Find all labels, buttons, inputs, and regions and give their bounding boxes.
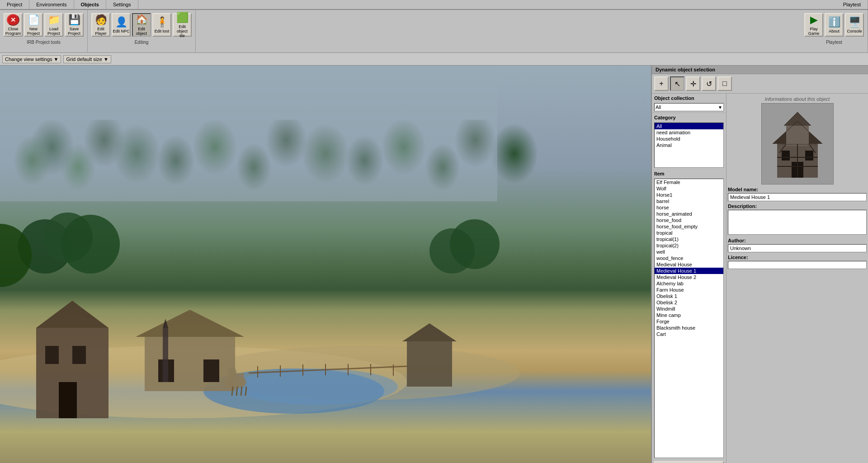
console-label: Console <box>847 19 862 24</box>
status-text: Press and hold the spacebar to enter nav… <box>4 456 112 461</box>
svg-point-35 <box>61 205 120 264</box>
item-row-15[interactable]: Medieval House 2 <box>655 264 723 270</box>
category-item-2[interactable]: Household <box>655 126 723 132</box>
about-button[interactable]: ℹ️ About <box>825 3 844 27</box>
svg-rect-44 <box>805 141 813 151</box>
grid-size-dropdown[interactable]: Grid default size ▼ <box>63 45 111 53</box>
item-row-22[interactable]: Forge <box>655 308 723 315</box>
category-label: Category <box>652 103 726 111</box>
svg-rect-14 <box>407 331 452 377</box>
item-row-0[interactable]: Elf Female <box>655 169 723 175</box>
playtest-label: Playtest <box>826 30 842 35</box>
item-row-5[interactable]: horse_animated <box>655 201 723 207</box>
item-row-20[interactable]: Windmill <box>655 296 723 302</box>
select-tool-button[interactable]: ↖ <box>670 66 684 81</box>
console-button[interactable]: 🖥️ Console <box>845 3 864 27</box>
item-row-1[interactable]: Wolf <box>655 175 723 182</box>
item-row-10[interactable]: tropical(2) <box>655 232 723 239</box>
edit-loot-button[interactable]: 🧍 Edit loot <box>152 3 171 27</box>
svg-line-30 <box>241 377 242 386</box>
item-row-6[interactable]: horse_food <box>655 207 723 213</box>
right-panel: Dynamic object selection + ↖ ✛ ↺ □ Objec… <box>651 56 868 463</box>
description-label: Description: <box>728 194 867 199</box>
left-column: Object collection All ▼ Category Allneed… <box>652 84 726 463</box>
view-settings-dropdown[interactable]: Change view settings ▼ <box>2 45 61 53</box>
panel-content: Object collection All ▼ Category Allneed… <box>652 84 868 463</box>
licence-row: Licence: <box>728 245 867 259</box>
svg-marker-11 <box>136 300 244 327</box>
add-tool-button[interactable]: + <box>654 66 669 81</box>
new-project-button[interactable]: 📄 NewProject <box>24 3 43 27</box>
svg-marker-42 <box>784 102 811 116</box>
item-row-4[interactable]: horse <box>655 194 723 201</box>
item-label: Item <box>652 159 726 167</box>
item-row-11[interactable]: well <box>655 239 723 245</box>
object-preview <box>761 93 834 175</box>
save-project-button[interactable]: 💾 SaveProject <box>65 3 84 27</box>
play-game-label: PlayGame <box>808 17 820 26</box>
description-textarea[interactable] <box>728 200 867 225</box>
move-tool-button[interactable]: ✛ <box>686 66 700 81</box>
category-item-1[interactable]: need animation <box>655 119 723 126</box>
svg-rect-43 <box>782 141 790 151</box>
edit-object-tile-button[interactable]: 🟩 Edit objecttile <box>173 3 192 27</box>
editing-section: 🧑 Edit Player 👤 Edit NPC 🏠 Edit object 🧍… <box>88 0 196 43</box>
item-row-14[interactable]: Medieval House 1 <box>655 258 723 264</box>
model-name-label: Model name: <box>728 177 867 182</box>
item-row-9[interactable]: tropical(1) <box>655 226 723 232</box>
item-row-21[interactable]: Mine camp <box>655 302 723 308</box>
item-row-16[interactable]: Alchemy lab <box>655 270 723 277</box>
edit-object-button[interactable]: 🏠 Edit object <box>132 3 151 27</box>
view-settings-arrow: ▼ <box>54 47 59 52</box>
item-row-19[interactable]: Obelisk 2 <box>655 289 723 296</box>
author-value: Unknown <box>728 234 867 242</box>
load-project-label: LoadProject <box>47 17 60 26</box>
irb-tools-section: ✕ Close Program 📄 NewProject 📁 LoadProje… <box>0 0 88 43</box>
collection-value: All <box>656 94 661 100</box>
item-list[interactable]: Elf FemaleWolfHorse1barrelhorsehorse_ani… <box>654 169 724 448</box>
licence-value <box>728 251 867 259</box>
category-item-0[interactable]: All <box>655 113 723 119</box>
info-title: Informations about this object <box>728 85 867 93</box>
item-row-2[interactable]: Horse1 <box>655 182 723 188</box>
collection-dropdown[interactable]: All ▼ <box>654 93 724 101</box>
status-bar: Press and hold the spacebar to enter nav… <box>0 453 651 463</box>
panel-title: Dynamic object selection <box>652 56 868 64</box>
edit-npc-label: Edit NPC <box>113 19 129 24</box>
item-row-17[interactable]: Farm House <box>655 277 723 283</box>
grid-label: Grid default size <box>66 47 102 52</box>
svg-marker-6 <box>36 291 108 318</box>
scale-tool-button[interactable]: □ <box>717 66 732 81</box>
category-list[interactable]: Allneed animationHouseholdAnimal <box>654 113 724 158</box>
play-game-button[interactable]: ▶ PlayGame <box>804 3 823 27</box>
item-row-3[interactable]: barrel <box>655 188 723 194</box>
camera-position: Camera position:1738.284058,2188.390137,… <box>437 456 647 461</box>
close-program-button[interactable]: ✕ Close Program <box>4 3 23 27</box>
svg-rect-7 <box>45 336 59 354</box>
svg-point-4 <box>235 359 398 395</box>
item-row-24[interactable]: Cart <box>655 321 723 327</box>
item-row-7[interactable]: horse_food_empty <box>655 213 723 220</box>
item-row-18[interactable]: Obelisk 1 <box>655 283 723 289</box>
edit-object-tile-label: Edit objecttile <box>174 14 191 28</box>
collection-arrow: ▼ <box>718 95 722 100</box>
viewport[interactable]: Press and hold the spacebar to enter nav… <box>0 56 651 463</box>
load-project-button[interactable]: 📁 LoadProject <box>44 3 63 27</box>
svg-rect-8 <box>72 336 86 354</box>
edit-loot-label: Edit loot <box>155 19 170 24</box>
item-row-12[interactable]: wood_fence <box>655 245 723 251</box>
item-row-13[interactable]: Medieval House <box>655 251 723 258</box>
edit-npc-button[interactable]: 👤 Edit NPC <box>112 3 131 27</box>
new-project-label: NewProject <box>27 17 40 26</box>
rotate-tool-button[interactable]: ↺ <box>702 66 716 81</box>
model-name-row: Model name: Medieval House 1 <box>728 177 867 191</box>
model-info: Model name: Medieval House 1 Description… <box>728 177 867 261</box>
svg-rect-24 <box>163 318 168 372</box>
item-row-23[interactable]: Blacksmith house <box>655 315 723 321</box>
edit-object-label: Edit object <box>133 17 150 26</box>
edit-player-button[interactable]: 🧑 Edit Player <box>91 3 110 27</box>
item-row-8[interactable]: tropical <box>655 220 723 226</box>
panel-toolbar: + ↖ ✛ ↺ □ <box>652 64 868 84</box>
category-item-3[interactable]: Animal <box>655 132 723 138</box>
info-panel-button[interactable]: >> Information panel <box>654 451 724 461</box>
